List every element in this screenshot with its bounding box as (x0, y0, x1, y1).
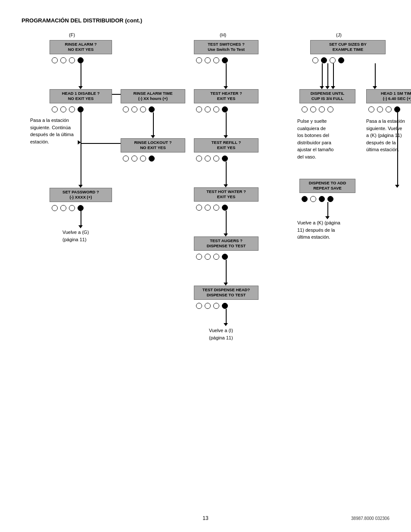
circle (123, 106, 129, 112)
circle (131, 106, 137, 112)
circle (52, 205, 58, 211)
circle (140, 106, 146, 112)
arrowhead (78, 86, 83, 89)
arrow-f-down1 (81, 63, 81, 87)
circle (131, 156, 137, 162)
circle (69, 205, 75, 211)
line-h-down5 (226, 260, 227, 283)
circle-filled (222, 303, 228, 309)
circle (196, 303, 202, 309)
circles-h6 (196, 303, 228, 309)
arrowhead (395, 185, 399, 188)
doc-number: 38987.8000 032306 (351, 516, 389, 521)
circles-f5 (52, 205, 84, 211)
circle (140, 156, 146, 162)
box-head-sm-time: HEAD 1 SM TIME (-) 6.40 SEC (+) (366, 89, 411, 103)
arrowhead (224, 323, 228, 326)
circles-h1 (196, 57, 228, 63)
circle (196, 106, 202, 112)
circle (213, 205, 219, 211)
circles-j4 (302, 196, 333, 202)
circle (213, 254, 219, 260)
circles-f4 (123, 156, 155, 162)
circle (60, 57, 66, 63)
box-rinse-lockout: RINSE LOCKOUT ? NO EXIT YES (121, 138, 185, 152)
page-number: 13 (202, 515, 208, 521)
circle-filled (222, 156, 228, 162)
page-footer: 13 38987.8000 032306 (0, 515, 411, 521)
arrowhead (224, 233, 228, 236)
circle (196, 57, 202, 63)
line-h-down4 (226, 211, 227, 234)
arrowhead (224, 283, 228, 286)
circle (205, 303, 211, 309)
line-h-down6 (226, 309, 227, 324)
circles-j2 (302, 106, 333, 112)
circle-filled (338, 57, 344, 63)
circle (213, 106, 219, 112)
circle-filled (222, 106, 228, 112)
line-h-down2 (226, 112, 227, 136)
arrowhead (78, 185, 83, 188)
circles-j3 (368, 106, 400, 112)
circle (205, 57, 211, 63)
line-j-down1b (327, 63, 328, 87)
line-f-horiz2 (81, 143, 121, 144)
arrowhead (78, 225, 83, 228)
circle-filled (327, 196, 333, 202)
box-set-password: SET PASSWORD ? (-) XXXX (+) (50, 188, 112, 202)
arrowhead (373, 86, 377, 89)
arrowhead-left (78, 140, 81, 145)
arrowhead (151, 135, 155, 138)
circle (205, 156, 211, 162)
circle (196, 156, 202, 162)
note-h1: Vuelve a (I)(página 11) (209, 327, 233, 341)
note-j2: Pasa a la estaciónsiguiente. Vuelvea (K)… (366, 118, 411, 153)
circle (368, 106, 374, 112)
box-rinse-alarm-time: RINSE ALARM TIME (-) XX hours (+) (121, 89, 185, 103)
box-test-dispense-head: TEST DISPENSE HEAD? DISPENSE TO TEST (194, 286, 258, 300)
circle (52, 106, 58, 112)
circle (213, 57, 219, 63)
note-j3: Vuelve a (K) (página11) después de laúlt… (297, 219, 360, 241)
page-title: PROGRAMACIÓN DEL DISTRIBUIDOR (cont.) (22, 17, 389, 24)
circle (60, 205, 66, 211)
box-head-disable: HEAD 1 DISABLE ? NO EXIT YES (50, 89, 112, 103)
circle (310, 106, 316, 112)
section-f-label: (F) (69, 32, 75, 37)
box-rinse-alarm: RINSE ALARM ? NO EXIT YES (50, 40, 112, 54)
circles-j1 (312, 57, 344, 63)
line-f-horiz (112, 94, 121, 95)
circles-f3 (123, 106, 155, 112)
note-f1: Pasa a la estaciónsiguiente. Continúades… (30, 117, 90, 145)
circles-h4 (196, 205, 228, 211)
circle (327, 106, 333, 112)
circle (377, 106, 383, 112)
circle-filled (222, 254, 228, 260)
circle-filled (319, 196, 325, 202)
circle-filled (222, 57, 228, 63)
arrowhead (325, 216, 330, 219)
circle (312, 57, 318, 63)
circle (319, 106, 325, 112)
arrowhead (224, 184, 228, 187)
circle (213, 303, 219, 309)
circle-filled (222, 205, 228, 211)
box-dispense-until: DISPENSE UNTIL CUP IS 3/4 FULL (299, 89, 355, 103)
circle (330, 57, 336, 63)
line-f-down3 (153, 112, 154, 136)
box-dispense-to-add: DISPENSE TO ADD REPEAT SAVE (299, 179, 355, 193)
circle-filled (394, 106, 400, 112)
arrowhead (224, 135, 228, 138)
circle-filled (78, 57, 84, 63)
line-f-down4 (81, 211, 81, 226)
circle (213, 156, 219, 162)
arrowhead (331, 86, 335, 89)
line-j-down1a (322, 63, 323, 87)
circle (52, 57, 58, 63)
line-h-down3 (226, 162, 227, 185)
line-j-down1c (333, 63, 334, 87)
circle-filled (302, 196, 308, 202)
arrowhead (320, 86, 324, 89)
circle (69, 106, 75, 112)
